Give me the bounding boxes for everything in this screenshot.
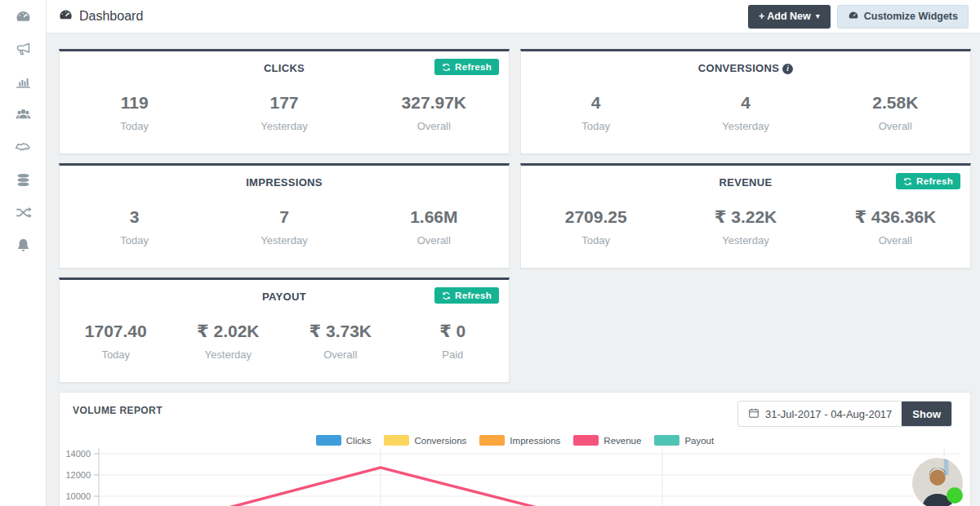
refresh-label: Refresh: [455, 291, 492, 300]
legend-item[interactable]: Payout: [654, 435, 714, 446]
card-title: REVENUE Refresh: [521, 166, 970, 189]
add-new-button[interactable]: + Add New ▾: [748, 5, 831, 29]
legend-swatch: [479, 435, 505, 446]
customize-widgets-button[interactable]: Customize Widgets: [837, 5, 969, 29]
stat: 119Today: [60, 94, 209, 132]
stat-value: 3: [60, 208, 209, 225]
stat-value: 327.97K: [359, 94, 509, 111]
stat-value: 1.66M: [359, 208, 509, 225]
stat-value: 4: [521, 94, 670, 111]
stat-label: Today: [521, 234, 670, 246]
impressions-card: IMPRESSIONS 3Today 7Yesterday 1.66MOvera…: [59, 163, 510, 269]
stat: ₹ 3.22KYesterday: [670, 208, 820, 246]
sidebar-item-partners[interactable]: [0, 131, 46, 163]
show-button[interactable]: Show: [902, 402, 951, 426]
shuffle-icon: [15, 204, 32, 221]
stat-label: Yesterday: [209, 120, 359, 132]
legend-item[interactable]: Impressions: [479, 435, 560, 446]
refresh-button[interactable]: Refresh: [434, 287, 499, 304]
database-icon: [15, 171, 32, 189]
card-title: CONVERSIONSi: [521, 51, 970, 74]
volume-chart: 100001200014000: [60, 446, 970, 506]
stat: 1707.40Today: [60, 322, 172, 361]
refresh-label: Refresh: [455, 62, 492, 72]
stats-row: 1707.40Today ₹ 2.02KYesterday ₹ 3.73KOve…: [60, 322, 509, 361]
refresh-label: Refresh: [916, 176, 953, 186]
stat: ₹ 3.73KOverall: [284, 322, 397, 361]
stat-value: 7: [209, 208, 359, 225]
stat: 7Yesterday: [209, 208, 359, 246]
add-new-label: + Add New: [759, 11, 811, 22]
sidebar-item-data[interactable]: [0, 163, 46, 196]
stat-label: Yesterday: [670, 120, 820, 132]
stat-label: Today: [60, 348, 172, 361]
payout-card-title: PAYOUT: [262, 291, 306, 303]
legend-label: Impressions: [510, 436, 560, 446]
y-axis-tick-label: 12000: [65, 470, 91, 480]
stat-label: Today: [60, 234, 209, 246]
legend-swatch: [654, 435, 679, 446]
stat-value: 2709.25: [521, 208, 670, 225]
stat-label: Overall: [821, 234, 970, 246]
legend-item[interactable]: Clicks: [316, 435, 372, 446]
handshake-icon: [15, 139, 32, 156]
stat-label: Overall: [821, 120, 970, 132]
sidebar-item-rotation[interactable]: [0, 196, 46, 229]
stat: ₹ 0Paid: [397, 322, 510, 361]
legend-item[interactable]: Revenue: [573, 435, 641, 446]
card-title: PAYOUT Refresh: [60, 280, 509, 303]
refresh-button[interactable]: Refresh: [896, 173, 960, 189]
clicks-card-title: CLICKS: [264, 62, 305, 74]
sidebar-item-users[interactable]: [0, 98, 46, 131]
legend-label: Payout: [684, 436, 714, 446]
volume-report-title: VOLUME REPORT: [73, 405, 163, 416]
legend-label: Conversions: [414, 436, 466, 446]
sidebar: [0, 0, 47, 506]
clicks-card: CLICKS Refresh 119Today 177Yesterday 327…: [59, 49, 510, 154]
stat: 3Today: [60, 208, 209, 246]
date-range-input[interactable]: 31-Jul-2017 - 04-Aug-2017: [738, 402, 902, 426]
payout-card: PAYOUT Refresh 1707.40Today ₹ 2.02KYeste…: [59, 277, 510, 383]
gauge-icon: [15, 8, 32, 25]
stat: 177Yesterday: [209, 94, 359, 132]
stat: 2709.25Today: [521, 208, 670, 246]
stat-value: ₹ 436.36K: [821, 208, 970, 225]
stats-row: 2709.25Today ₹ 3.22KYesterday ₹ 436.36KO…: [521, 208, 970, 246]
stat-value: 119: [60, 94, 209, 111]
page-title-text: Dashboard: [79, 9, 143, 24]
chart-legend: ClicksConversionsImpressionsRevenuePayou…: [60, 435, 970, 446]
stat-label: Overall: [284, 348, 397, 361]
sidebar-item-reports[interactable]: [0, 65, 46, 98]
revenue-card-title: REVENUE: [719, 176, 773, 189]
stat-value: 4: [670, 94, 820, 111]
stat-value: ₹ 3.22K: [670, 208, 820, 225]
customize-widgets-label: Customize Widgets: [864, 11, 958, 22]
legend-swatch: [384, 435, 409, 446]
info-icon[interactable]: i: [782, 64, 793, 74]
legend-item[interactable]: Conversions: [384, 435, 466, 446]
legend-swatch: [573, 435, 599, 446]
conversions-card-title: CONVERSIONS: [698, 62, 779, 74]
stat: 4Today: [521, 94, 670, 132]
stat-label: Yesterday: [209, 234, 359, 246]
bell-icon: [15, 237, 32, 254]
stat: ₹ 2.02KYesterday: [172, 322, 285, 361]
online-status-dot: [947, 487, 963, 504]
bar-chart-icon: [15, 73, 32, 91]
stats-row: 4Today 4Yesterday 2.58KOverall: [521, 94, 970, 132]
users-icon: [15, 106, 32, 123]
stat: 1.66MOverall: [359, 208, 509, 246]
sidebar-item-notifications[interactable]: [0, 229, 46, 261]
megaphone-icon: [15, 41, 32, 58]
y-axis-tick-label: 10000: [65, 491, 91, 501]
stat-label: Overall: [359, 234, 509, 246]
y-axis-tick-label: 14000: [65, 449, 91, 459]
topbar: Dashboard + Add New ▾ Customize Widgets: [47, 0, 980, 33]
sidebar-item-dashboard[interactable]: [0, 0, 46, 33]
sidebar-item-campaigns[interactable]: [0, 33, 46, 65]
stat-label: Overall: [359, 120, 509, 132]
revenue-card: REVENUE Refresh 2709.25Today ₹ 3.22KYest…: [520, 163, 971, 269]
refresh-button[interactable]: Refresh: [434, 59, 499, 75]
caret-down-icon: ▾: [816, 12, 820, 20]
topbar-actions: + Add New ▾ Customize Widgets: [748, 5, 969, 29]
